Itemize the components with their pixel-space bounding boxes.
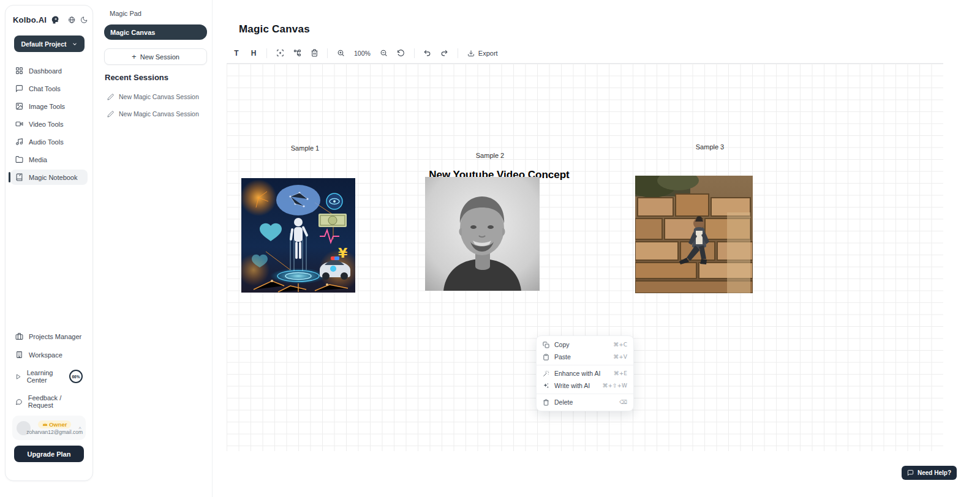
- menu-shortcut: ⌘+E: [614, 370, 627, 376]
- sidebar-item-audio-tools[interactable]: Audio Tools: [10, 134, 88, 149]
- menu-item-label: Paste: [554, 353, 571, 361]
- wand-icon: [543, 370, 549, 377]
- toolbar-divider: [414, 48, 415, 58]
- sidebar-item-learning-center[interactable]: Learning Center 66%: [10, 366, 88, 387]
- briefcase-icon: [15, 332, 23, 340]
- menu-item-label: Copy: [554, 341, 570, 348]
- app-window: Kolbo.AI Default Project Dashboard: [0, 0, 980, 497]
- connector-tool-button[interactable]: [290, 47, 304, 60]
- session-item[interactable]: New Magic Canvas Session: [107, 110, 199, 118]
- tab-magic-canvas[interactable]: Magic Canvas: [104, 24, 207, 40]
- undo-button[interactable]: [420, 47, 435, 60]
- sample-3-label[interactable]: Sample 3: [696, 143, 724, 151]
- sidebar-item-label: Audio Tools: [29, 138, 64, 146]
- tab-magic-pad[interactable]: Magic Pad: [110, 10, 141, 17]
- zoom-out-button[interactable]: [377, 47, 391, 60]
- session-item[interactable]: New Magic Canvas Session: [107, 93, 199, 100]
- toolbar-divider: [327, 48, 328, 58]
- page-title: Magic Canvas: [239, 23, 310, 36]
- menu-item-paste[interactable]: Paste ⌘+V: [537, 351, 633, 363]
- download-icon: [467, 50, 475, 57]
- sample-2-label[interactable]: Sample 2: [476, 152, 504, 159]
- heading-tool-button[interactable]: H: [246, 47, 261, 60]
- text-tool-button[interactable]: T: [229, 47, 244, 60]
- sidebar-item-magic-notebook[interactable]: Magic Notebook: [10, 170, 88, 185]
- building-icon: [15, 351, 23, 359]
- copy-icon: [543, 342, 549, 348]
- session-item-label: New Magic Canvas Session: [119, 93, 199, 100]
- sidebar-item-chat-tools[interactable]: Chat Tools: [10, 81, 88, 96]
- sidebar-item-video-tools[interactable]: Video Tools: [10, 116, 88, 132]
- undo-icon: [423, 49, 431, 57]
- sidebar-item-image-tools[interactable]: Image Tools: [10, 99, 88, 114]
- ai-select-button[interactable]: [273, 47, 287, 60]
- zoom-in-button[interactable]: [333, 47, 348, 60]
- rotate-icon: [397, 49, 405, 57]
- sidebar-item-label: Media: [29, 156, 47, 163]
- sidebar-item-label: Dashboard: [29, 67, 62, 75]
- menu-item-copy[interactable]: Copy ⌘+C: [537, 338, 633, 351]
- session-item-label: New Magic Canvas Session: [119, 110, 199, 118]
- upgrade-plan-button[interactable]: Upgrade Plan: [14, 446, 84, 462]
- sidebar-footer-nav: Projects Manager Workspace Learning Cent…: [10, 329, 88, 412]
- svg-text:¥: ¥: [338, 245, 348, 261]
- help-chat-icon: [907, 469, 914, 476]
- sidebar-item-media[interactable]: Media: [10, 152, 88, 167]
- delete-tool-button[interactable]: [307, 47, 322, 60]
- need-help-label: Need Help?: [918, 469, 951, 476]
- sample-1-image[interactable]: ¥: [241, 178, 355, 293]
- pencil-icon: [107, 94, 114, 100]
- dark-mode-moon-icon[interactable]: [80, 16, 88, 24]
- main-area: Magic Canvas T H 100%: [213, 0, 980, 497]
- sidebar-item-workspace[interactable]: Workspace: [10, 348, 88, 362]
- chat-icon: [15, 84, 23, 92]
- menu-divider: [537, 394, 633, 394]
- menu-item-label: Write with AI: [554, 382, 590, 389]
- user-card[interactable]: Owner zoharvan12@gmail.com ˄: [12, 416, 86, 440]
- export-button[interactable]: Export: [464, 50, 502, 57]
- zoom-in-icon: [337, 49, 345, 57]
- owner-badge-label: Owner: [49, 421, 67, 428]
- paste-icon: [543, 354, 549, 361]
- menu-item-write-with-ai[interactable]: Write with AI ⌘+⇧+W: [537, 379, 633, 392]
- zoom-level[interactable]: 100%: [350, 50, 374, 57]
- heading-tool-glyph: H: [251, 49, 257, 58]
- new-session-label: New Session: [140, 53, 179, 61]
- project-selector[interactable]: Default Project: [14, 36, 85, 52]
- sessions-panel: Magic Pad Magic Canvas + New Session Rec…: [94, 0, 213, 497]
- video-icon: [15, 120, 23, 128]
- sidebar-item-feedback[interactable]: Feedback / Request: [10, 391, 88, 412]
- app-logo: Kolbo.AI: [13, 15, 47, 24]
- need-help-button[interactable]: Need Help?: [902, 466, 957, 480]
- learning-progress-badge: 66%: [69, 370, 83, 383]
- sample-2-image[interactable]: [425, 177, 540, 291]
- sidebar-item-dashboard[interactable]: Dashboard: [10, 63, 88, 78]
- chevron-down-icon: [72, 41, 78, 47]
- logo-row: Kolbo.AI: [13, 15, 88, 24]
- new-session-button[interactable]: + New Session: [104, 48, 207, 65]
- pencil-icon: [107, 111, 114, 118]
- language-globe-icon[interactable]: [68, 16, 75, 24]
- node-flow-icon: [293, 49, 301, 57]
- sidebar-item-projects-manager[interactable]: Projects Manager: [10, 329, 88, 343]
- menu-shortcut: ⌘+⇧+W: [602, 383, 627, 389]
- redo-button[interactable]: [437, 47, 452, 60]
- feedback-icon: [15, 398, 23, 406]
- menu-shortcut: ⌘+C: [613, 342, 627, 348]
- menu-shortcut: ⌫: [619, 399, 627, 405]
- menu-item-label: Delete: [554, 398, 573, 406]
- sparkles-icon: [543, 383, 549, 389]
- canvas-toolbar: T H 100%: [227, 47, 943, 64]
- context-menu: Copy ⌘+C Paste ⌘+V Enhance with AI ⌘+E W…: [536, 335, 634, 411]
- menu-item-delete[interactable]: Delete ⌫: [537, 396, 633, 408]
- zoom-out-icon: [380, 49, 388, 57]
- ai-scan-icon: [276, 49, 284, 57]
- user-menu-caret-icon: ˄: [78, 425, 81, 431]
- trash-icon: [543, 399, 549, 406]
- menu-item-enhance-with-ai[interactable]: Enhance with AI ⌘+E: [537, 367, 633, 379]
- owner-badge: Owner: [38, 420, 72, 428]
- trash-icon: [311, 49, 318, 57]
- reset-view-button[interactable]: [394, 47, 409, 60]
- sample-1-label[interactable]: Sample 1: [291, 144, 319, 152]
- sample-3-image[interactable]: [635, 176, 753, 293]
